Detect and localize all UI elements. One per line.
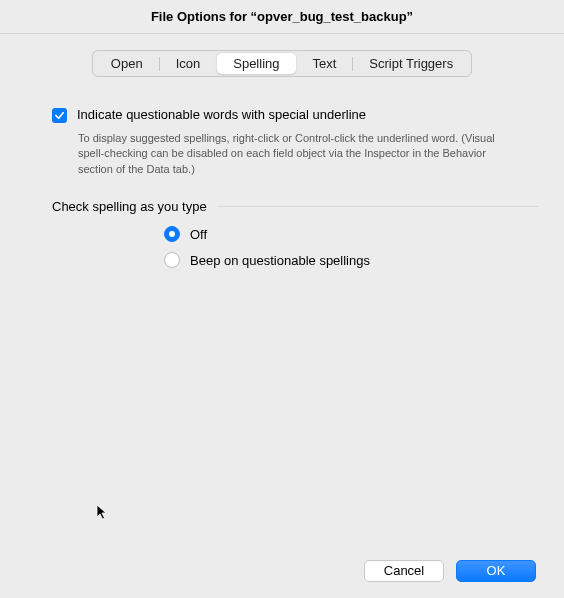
check-icon [54, 110, 65, 121]
content-area: Open Icon Spelling Text Script Triggers … [0, 34, 564, 598]
dialog-footer: Cancel OK [24, 560, 540, 586]
title-bar: File Options for “opver_bug_test_backup” [0, 0, 564, 34]
tab-spelling[interactable]: Spelling [217, 53, 295, 74]
radio-off[interactable] [164, 226, 180, 242]
tab-text[interactable]: Text [297, 53, 353, 74]
radio-beep-row[interactable]: Beep on questionable spellings [164, 252, 540, 268]
tab-bar: Open Icon Spelling Text Script Triggers [24, 50, 540, 77]
radio-off-label: Off [190, 227, 207, 242]
radio-beep-label: Beep on questionable spellings [190, 253, 370, 268]
indicate-option-row: Indicate questionable words with special… [52, 107, 540, 123]
check-as-type-header: Check spelling as you type [52, 199, 540, 214]
tab-icon[interactable]: Icon [160, 53, 217, 74]
indicate-label[interactable]: Indicate questionable words with special… [77, 107, 366, 122]
indicate-description: To display suggested spellings, right-cl… [78, 131, 500, 177]
tab-group: Open Icon Spelling Text Script Triggers [92, 50, 472, 77]
radio-off-row[interactable]: Off [164, 226, 540, 242]
ok-button[interactable]: OK [456, 560, 536, 582]
section-title: Check spelling as you type [52, 199, 207, 214]
window-title: File Options for “opver_bug_test_backup” [151, 9, 413, 24]
indicate-checkbox[interactable] [52, 108, 67, 123]
tab-script-triggers[interactable]: Script Triggers [353, 53, 469, 74]
radio-group: Off Beep on questionable spellings [164, 226, 540, 278]
cancel-button[interactable]: Cancel [364, 560, 444, 582]
radio-beep[interactable] [164, 252, 180, 268]
tab-open[interactable]: Open [95, 53, 159, 74]
divider [217, 206, 538, 207]
